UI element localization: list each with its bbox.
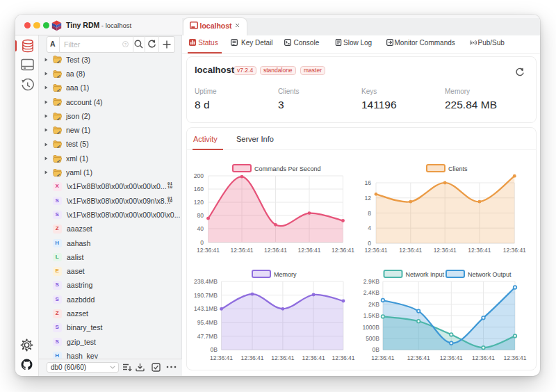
- svg-text:4: 4: [368, 224, 371, 231]
- svg-text:12:36:41: 12:36:41: [332, 354, 354, 361]
- svg-text:12:36:41: 12:36:41: [297, 247, 320, 254]
- svg-text:0B: 0B: [373, 346, 380, 353]
- svg-text:12:36:41: 12:36:41: [399, 247, 422, 254]
- svg-text:47.7MB: 47.7MB: [197, 333, 218, 340]
- svg-text:500B: 500B: [366, 335, 379, 342]
- svg-text:12: 12: [365, 195, 372, 202]
- svg-text:12:36:41: 12:36:41: [197, 247, 220, 254]
- svg-text:0B: 0B: [211, 346, 218, 353]
- svg-text:12:36:41: 12:36:41: [271, 354, 294, 361]
- svg-text:12:36:41: 12:36:41: [264, 247, 287, 254]
- svg-text:160: 160: [194, 186, 204, 193]
- svg-text:12:36:41: 12:36:41: [210, 354, 233, 361]
- svg-text:12:36:41: 12:36:41: [440, 354, 463, 361]
- svg-text:Network Output: Network Output: [468, 271, 512, 278]
- svg-text:1000B: 1000B: [362, 324, 379, 331]
- svg-text:12:36:41: 12:36:41: [332, 247, 354, 254]
- svg-text:Memory: Memory: [274, 271, 297, 278]
- svg-text:120: 120: [194, 199, 204, 206]
- svg-text:200: 200: [194, 172, 204, 179]
- svg-text:12:36:41: 12:36:41: [472, 354, 495, 361]
- svg-text:0: 0: [200, 239, 204, 246]
- svg-text:2KB: 2KB: [368, 301, 379, 308]
- svg-text:190.7MB: 190.7MB: [194, 292, 218, 299]
- svg-text:12:36:41: 12:36:41: [364, 247, 387, 254]
- svg-text:Commands Per Second: Commands Per Second: [254, 165, 321, 172]
- svg-text:12:36:41: 12:36:41: [240, 354, 263, 361]
- svg-text:16: 16: [365, 179, 372, 186]
- svg-text:12:36:41: 12:36:41: [230, 247, 253, 254]
- svg-text:143.1MB: 143.1MB: [194, 305, 218, 312]
- svg-text:12:36:41: 12:36:41: [503, 354, 526, 361]
- svg-text:8: 8: [368, 210, 371, 217]
- svg-text:95.4MB: 95.4MB: [197, 319, 218, 326]
- svg-text:238.4MB: 238.4MB: [194, 278, 218, 285]
- svg-text:80: 80: [197, 212, 204, 219]
- svg-text:12:36:41: 12:36:41: [371, 354, 394, 361]
- svg-text:Clients: Clients: [448, 165, 468, 172]
- svg-text:12:36:41: 12:36:41: [503, 247, 526, 254]
- svg-text:1.5KB: 1.5KB: [363, 312, 379, 319]
- svg-text:2.9KB: 2.9KB: [363, 278, 379, 285]
- svg-text:2.4KB: 2.4KB: [363, 289, 379, 296]
- svg-text:12:36:41: 12:36:41: [468, 247, 491, 254]
- svg-text:12:36:41: 12:36:41: [302, 354, 325, 361]
- svg-text:40: 40: [197, 225, 204, 232]
- svg-text:Network Input: Network Input: [406, 271, 445, 278]
- svg-text:0: 0: [368, 240, 371, 247]
- svg-text:12:36:41: 12:36:41: [407, 354, 430, 361]
- svg-text:12:36:41: 12:36:41: [434, 247, 457, 254]
